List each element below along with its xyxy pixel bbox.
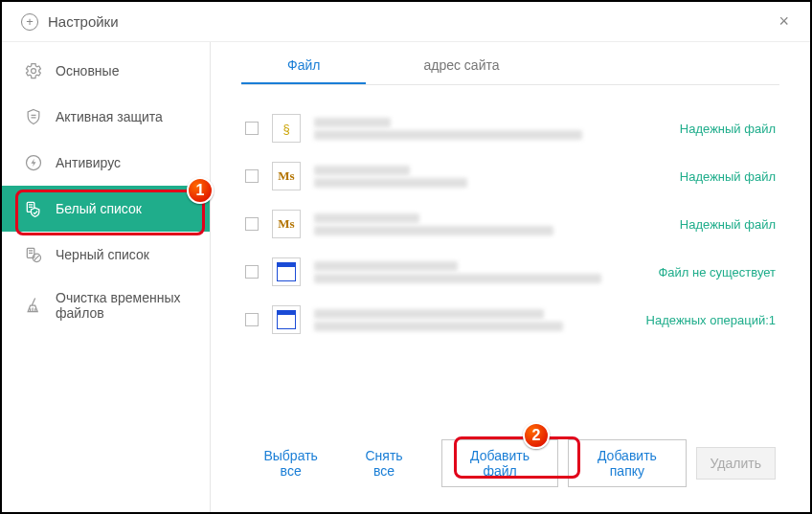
- shield-check-icon: [23, 198, 44, 219]
- plus-circle-icon: +: [21, 13, 38, 31]
- sidebar-item-label: Антивирус: [56, 155, 121, 170]
- add-folder-button[interactable]: Добавить папку: [568, 439, 686, 487]
- blurred-text: [314, 261, 458, 271]
- list-item[interactable]: Ms Надежный файл: [241, 200, 779, 248]
- file-ms-icon: Ms: [272, 162, 301, 190]
- sidebar-item-label: Активная защита: [56, 109, 163, 124]
- close-icon[interactable]: ×: [773, 8, 795, 35]
- body: Основные Активная защита Антивирус Белый…: [2, 42, 810, 512]
- row-checkbox[interactable]: [245, 169, 259, 183]
- gear-icon: [23, 60, 44, 81]
- sidebar-item-blacklist[interactable]: Черный список: [2, 232, 210, 278]
- tab-site[interactable]: адрес сайта: [377, 48, 545, 84]
- list-item[interactable]: Надежных операций:1: [241, 296, 779, 344]
- status-badge: Надежных операций:1: [646, 313, 776, 327]
- tabs: Файл адрес сайта: [241, 42, 779, 85]
- row-meta: [314, 115, 666, 143]
- blurred-text: [314, 274, 601, 283]
- titlebar: + Настройки ×: [2, 2, 810, 42]
- sidebar-item-antivirus[interactable]: Антивирус: [2, 140, 210, 186]
- shield-block-icon: [23, 244, 44, 265]
- annotation-badge-2: 2: [523, 422, 550, 449]
- annotation-badge-1: 1: [187, 177, 214, 204]
- row-checkbox[interactable]: [245, 313, 259, 326]
- tab-file[interactable]: Файл: [241, 48, 366, 84]
- delete-button: Удалить: [696, 447, 776, 480]
- row-checkbox[interactable]: [245, 265, 259, 279]
- deselect-all-button[interactable]: Снять все: [346, 442, 422, 484]
- file-window-icon: [272, 305, 301, 334]
- sidebar-item-label: Черный список: [56, 247, 149, 262]
- window-title: Настройки: [48, 13, 119, 30]
- row-meta: [314, 163, 666, 190]
- blurred-text: [314, 130, 582, 140]
- row-meta: [314, 306, 633, 334]
- titlebar-left: + Настройки: [21, 13, 119, 31]
- sidebar-item-cleanup[interactable]: Очистка временных файлов: [2, 278, 210, 333]
- status-badge: Файл не существует: [658, 265, 776, 279]
- broom-icon: [23, 295, 44, 316]
- row-meta: [314, 258, 644, 286]
- sidebar-item-active-protection[interactable]: Активная защита: [2, 94, 210, 140]
- file-window-icon: [272, 257, 301, 286]
- blurred-text: [314, 309, 544, 319]
- sidebar: Основные Активная защита Антивирус Белый…: [2, 42, 211, 512]
- blurred-text: [314, 118, 391, 127]
- file-list: § Надежный файл Ms Надежный файл: [241, 85, 779, 422]
- settings-window: + Настройки × Основные Активная защита А…: [0, 0, 812, 514]
- blurred-text: [314, 226, 553, 235]
- row-meta: [314, 211, 666, 238]
- list-item[interactable]: Файл не существует: [241, 248, 779, 296]
- sidebar-item-general[interactable]: Основные: [2, 48, 210, 94]
- select-all-button[interactable]: Выбрать все: [245, 442, 336, 484]
- file-ms-icon: Ms: [272, 210, 301, 238]
- list-item[interactable]: Ms Надежный файл: [241, 152, 779, 200]
- lightning-circle-icon: [23, 152, 44, 173]
- status-badge: Надежный файл: [680, 169, 776, 184]
- blurred-text: [314, 178, 467, 188]
- main: Файл адрес сайта § Надежный файл Ms: [211, 42, 810, 512]
- shield-checklist-icon: [23, 106, 44, 127]
- list-item[interactable]: § Надежный файл: [241, 104, 779, 152]
- sidebar-item-label: Основные: [56, 63, 119, 78]
- file-script-icon: §: [272, 114, 301, 143]
- row-checkbox[interactable]: [245, 122, 259, 135]
- sidebar-item-label: Белый список: [56, 201, 142, 216]
- status-badge: Надежный файл: [680, 217, 776, 232]
- sidebar-item-whitelist[interactable]: Белый список: [2, 186, 210, 232]
- status-badge: Надежный файл: [680, 122, 776, 136]
- sidebar-item-label: Очистка временных файлов: [56, 290, 194, 321]
- blurred-text: [314, 166, 410, 175]
- blurred-text: [314, 213, 419, 223]
- footer: Выбрать все Снять все Добавить файл Доба…: [241, 422, 779, 512]
- row-checkbox[interactable]: [245, 217, 259, 231]
- svg-point-0: [32, 69, 36, 74]
- blurred-text: [314, 322, 563, 331]
